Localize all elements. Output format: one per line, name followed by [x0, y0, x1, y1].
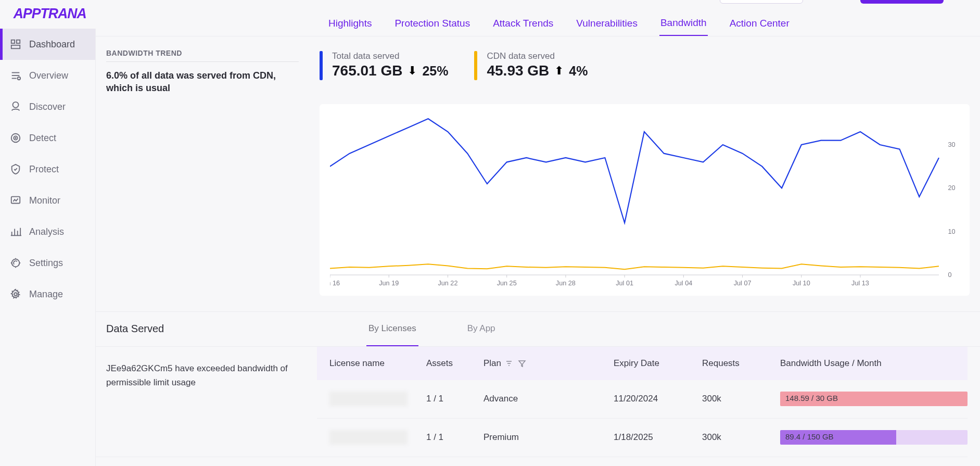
svg-point-18 [14, 293, 17, 296]
cell-requests: 300k [702, 394, 780, 404]
svg-text:10: 10 [948, 227, 956, 235]
overview-icon [9, 69, 22, 82]
cell-expiry: 1/18/2025 [614, 432, 702, 443]
sidebar-item-analysis[interactable]: Analysis [0, 216, 95, 247]
sidebar-item-protect[interactable]: Protect [0, 154, 95, 185]
sidebar-item-label: Analysis [29, 226, 64, 237]
bandwidth-trend-desc: 6.0% of all data was served from CDN, wh… [106, 61, 299, 95]
usage-text: 89.4 / 150 GB [785, 432, 834, 441]
table-header: License name Assets Plan Expiry Date Req… [317, 347, 968, 380]
sort-icon[interactable] [505, 359, 514, 368]
settings-icon [9, 257, 22, 269]
svg-text:Jul 07: Jul 07 [734, 279, 752, 286]
svg-point-10 [15, 137, 16, 138]
tab-attack-trends[interactable]: Attack Trends [492, 11, 554, 35]
main-content: BANDWIDTH TREND 6.0% of all data was ser… [96, 36, 980, 466]
svg-text:Jul 01: Jul 01 [616, 279, 633, 286]
svg-text:Jun 28: Jun 28 [556, 279, 576, 286]
filter-icon[interactable] [518, 359, 526, 368]
cell-plan: Premium [483, 432, 614, 443]
license-name-redacted [329, 392, 408, 406]
stat-color-bar [474, 51, 477, 80]
cell-assets: 1 / 1 [426, 432, 483, 443]
header-selector[interactable] [720, 0, 803, 4]
protect-icon [9, 163, 22, 175]
svg-text:Jun 22: Jun 22 [438, 279, 457, 286]
brand-logo: APPTRANA [14, 5, 86, 22]
sidebar-item-manage[interactable]: Manage [0, 279, 95, 310]
svg-text:30: 30 [948, 140, 956, 148]
cell-requests: 300k [702, 432, 780, 443]
col-license-name: License name [317, 358, 426, 369]
col-plan-label: Plan [483, 358, 501, 369]
table-row[interactable]: 1 / 1 Advance 11/20/2024 300k 148.59 / 3… [317, 380, 968, 419]
arrow-up-icon: ⬆︎ [554, 64, 564, 78]
svg-text:Jul 13: Jul 13 [851, 279, 869, 286]
manage-icon [9, 288, 22, 300]
sidebar-item-dashboard[interactable]: Dashboard [0, 29, 95, 60]
cell-plan: Advance [483, 394, 614, 404]
analysis-icon [9, 225, 22, 238]
svg-text:Jun 25: Jun 25 [497, 279, 517, 286]
usage-text: 148.59 / 30 GB [785, 394, 838, 402]
tab-by-app[interactable]: By App [465, 312, 498, 346]
sidebar-item-detect[interactable]: Detect [0, 122, 95, 154]
stat-value: 765.01 GB [332, 62, 402, 79]
sidebar-item-label: Detect [29, 133, 56, 144]
bandwidth-chart: 0102030 Jun 16Jun 19Jun 22Jun 25Jun 28Ju… [320, 104, 970, 296]
svg-text:Jul 10: Jul 10 [793, 279, 810, 286]
tab-bandwidth[interactable]: Bandwidth [659, 11, 708, 36]
sidebar-item-label: Settings [29, 258, 63, 269]
stat-label: Total data served [332, 51, 448, 61]
tab-by-licenses[interactable]: By Licenses [366, 312, 418, 346]
sidebar-item-settings[interactable]: Settings [0, 247, 95, 279]
col-usage: Bandwidth Usage / Month [780, 358, 968, 369]
sidebar-item-monitor[interactable]: Monitor [0, 185, 95, 216]
svg-text:Jun 16: Jun 16 [330, 279, 340, 286]
sidebar-item-label: Discover [29, 102, 66, 112]
bandwidth-trend-label: BANDWIDTH TREND [106, 49, 299, 57]
dashboard-icon [9, 38, 22, 51]
svg-text:Jul 04: Jul 04 [674, 279, 692, 286]
svg-text:Jun 19: Jun 19 [379, 279, 399, 286]
col-requests: Requests [702, 358, 780, 369]
usage-bar: 148.59 / 30 GB [780, 392, 968, 406]
license-name-redacted [329, 430, 408, 445]
tab-vulnerabilities[interactable]: Vulnerabilities [575, 11, 639, 35]
svg-rect-0 [11, 40, 15, 43]
monitor-icon [9, 194, 22, 207]
usage-bar: 89.4 / 150 GB [780, 430, 968, 445]
sidebar-item-label: Dashboard [29, 39, 75, 50]
sidebar-item-label: Overview [29, 70, 68, 81]
col-plan[interactable]: Plan [483, 358, 614, 369]
tab-action-center[interactable]: Action Center [729, 11, 791, 35]
sidebar-item-overview[interactable]: Overview [0, 60, 95, 91]
arrow-down-icon: ⬇︎ [408, 64, 417, 78]
sidebar-item-discover[interactable]: Discover [0, 91, 95, 122]
sidebar-item-label: Manage [29, 289, 63, 300]
stat-label: CDN data served [487, 51, 588, 61]
tab-protection-status[interactable]: Protection Status [393, 11, 471, 35]
stat-cdn-data: CDN data served 45.93 GB ⬆︎ 4% [474, 49, 588, 80]
svg-rect-1 [17, 40, 20, 43]
header-primary-button[interactable] [860, 0, 944, 4]
stat-color-bar [320, 51, 323, 80]
stat-value: 45.93 GB [487, 62, 549, 79]
table-row[interactable]: 1 / 1 Premium 1/18/2025 300k 89.4 / 150 … [317, 419, 968, 457]
cell-assets: 1 / 1 [426, 394, 483, 404]
bandwidth-exceeded-notice: JEe9a62GKCm5 have exceeded bandwidth of … [96, 347, 317, 457]
stat-pct: 25% [422, 64, 448, 79]
svg-point-7 [13, 102, 19, 108]
detect-icon [9, 132, 22, 144]
cell-expiry: 11/20/2024 [614, 394, 702, 404]
svg-point-17 [12, 259, 20, 267]
svg-point-6 [18, 77, 20, 80]
stat-pct: 4% [569, 64, 588, 79]
data-served-title: Data Served [96, 323, 335, 335]
tab-highlights[interactable]: Highlights [327, 11, 373, 35]
license-table: License name Assets Plan Expiry Date Req… [317, 347, 980, 457]
svg-rect-2 [11, 45, 20, 48]
page-tabs: Highlights Protection Status Attack Tren… [96, 10, 980, 36]
stat-total-data: Total data served 765.01 GB ⬇︎ 25% [320, 49, 448, 80]
sidebar-item-label: Protect [29, 164, 59, 175]
